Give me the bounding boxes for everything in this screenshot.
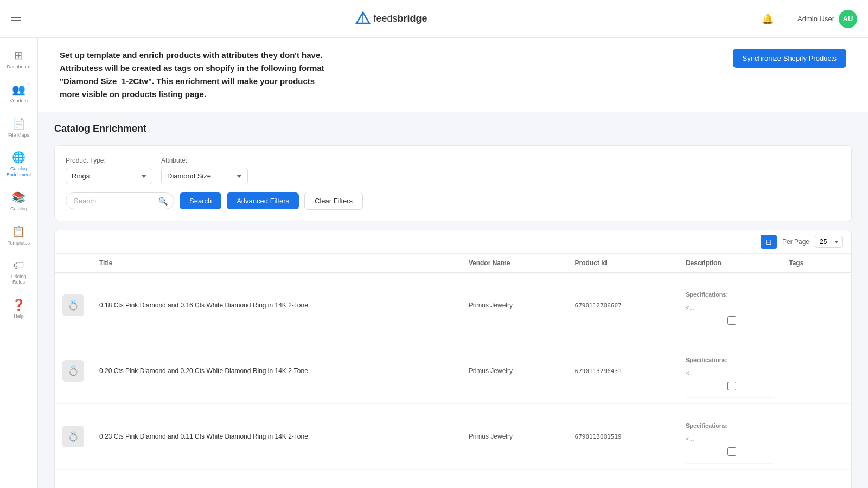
description: Specifications: <...	[678, 338, 781, 404]
sidebar-label-dashboard: Dashboard	[7, 64, 30, 70]
banner-text: Set up template and enrich products with…	[60, 49, 331, 101]
sidebar-label-help: Help	[14, 313, 24, 319]
vendor-name: Primus Jewelry	[461, 404, 567, 470]
product-type-filter: Product Type: Rings Necklaces Earrings B…	[66, 157, 152, 184]
sidebar-label-catalog-enrichment: Catalog Enrichment	[7, 166, 31, 178]
sidebar: ⊞ Dashboard 👥 Vendors 📄 File Maps 🌐 Cata…	[0, 38, 38, 488]
clear-filters-button[interactable]: Clear Filters	[304, 192, 363, 210]
sidebar-item-dashboard[interactable]: ⊞ Dashboard	[3, 43, 35, 75]
product-image-cell: 💍	[55, 404, 92, 470]
notification-icon[interactable]: 🔔	[762, 13, 774, 25]
sidebar-item-vendors[interactable]: 👥 Vendors	[3, 78, 35, 110]
product-id: 6790113296431	[567, 338, 678, 404]
product-id: 6790113001519	[567, 404, 678, 470]
row-checkbox[interactable]	[727, 447, 736, 456]
row-checkbox[interactable]	[727, 316, 736, 325]
product-image: 💍	[62, 360, 84, 382]
templates-icon: 📋	[12, 225, 25, 238]
table-top-bar: ⊟ Per Page 10 25 50 100	[55, 230, 851, 254]
product-image: 💍	[62, 294, 84, 316]
expand-icon[interactable]: ⛶	[781, 14, 790, 24]
sidebar-label-vendors: Vendors	[10, 98, 28, 104]
user-name: Admin User	[797, 15, 834, 23]
info-banner: Set up template and enrich products with…	[38, 38, 868, 112]
table-row: 💍 0.18 Cts Pink Diamond and 0.16 Cts Whi…	[55, 273, 851, 338]
product-title: 0.18 Cts Pink Diamond and 0.16 Cts White…	[92, 273, 461, 338]
th-checkbox	[835, 254, 851, 273]
product-type-select[interactable]: Rings Necklaces Earrings Bracelets	[66, 168, 152, 184]
table-header: Title Vendor Name Product Id Description…	[55, 254, 851, 273]
search-button[interactable]: Search	[180, 192, 221, 209]
table-body: 💍 0.18 Cts Pink Diamond and 0.16 Cts Whi…	[55, 273, 851, 489]
row-checkbox-cell[interactable]	[720, 376, 774, 398]
view-toggle-button[interactable]: ⊟	[761, 235, 777, 249]
table-row: 💍 0.23 Cts Pink Diamond and 0.11 Cts Whi…	[55, 404, 851, 470]
sidebar-item-templates[interactable]: 📋 Templates	[3, 220, 35, 252]
user-info: Admin User AU	[797, 10, 857, 28]
page-content: Catalog Enrichment Product Type: Rings N…	[38, 112, 868, 488]
sidebar-item-catalog-enrichment[interactable]: 🌐 Catalog Enrichment	[3, 145, 35, 183]
attribute-label: Attribute:	[161, 157, 248, 164]
pricing-rules-icon: 🏷	[14, 259, 24, 272]
sidebar-label-pricing-rules: Pricing Rules	[7, 274, 31, 286]
product-image-cell: 💍	[55, 470, 92, 489]
sidebar-label-catalog: Catalog	[10, 206, 27, 212]
help-icon: ❓	[12, 298, 25, 311]
vendor-name: Primus Jewelry	[461, 338, 567, 404]
hamburger-menu[interactable]	[11, 17, 21, 21]
product-image: 💍	[62, 426, 84, 447]
sidebar-item-catalog[interactable]: 📚 Catalog	[3, 185, 35, 217]
filter-row: Product Type: Rings Necklaces Earrings B…	[66, 157, 840, 184]
description: Specifications: <...	[678, 470, 781, 489]
sidebar-item-filemaps[interactable]: 📄 File Maps	[3, 112, 35, 144]
avatar: AU	[839, 10, 857, 28]
products-table: Title Vendor Name Product Id Description…	[55, 254, 851, 488]
filemaps-icon: 📄	[12, 117, 25, 130]
advanced-filters-button[interactable]: Advanced Filters	[227, 192, 299, 209]
logo: feedsbridge	[355, 11, 427, 27]
search-input[interactable]	[66, 192, 174, 209]
row-checkbox-cell[interactable]	[720, 442, 774, 464]
top-navigation: feedsbridge 🔔 ⛶ Admin User AU	[0, 0, 868, 38]
th-product-id: Product Id	[567, 254, 678, 273]
vendor-name: Primus Jewelry	[461, 273, 567, 338]
per-page-select[interactable]: 10 25 50 100	[815, 236, 843, 248]
row-checkbox[interactable]	[727, 382, 736, 390]
dashboard-icon: ⊞	[14, 49, 23, 62]
th-tags: Tags	[781, 254, 835, 273]
attribute-select[interactable]: Diamond Size Diamond Shape Metal Type St…	[161, 168, 248, 184]
catalog-icon: 📚	[12, 191, 25, 204]
per-page-label: Per Page	[782, 238, 809, 246]
tags	[686, 376, 720, 398]
th-image	[55, 254, 92, 273]
product-image-cell: 💍	[55, 273, 92, 338]
product-title: 0.23 Cts Pink Diamond and 0.11 Cts White…	[92, 404, 461, 470]
product-image-cell: 💍	[55, 338, 92, 404]
product-id: 6790112706607	[567, 273, 678, 338]
product-type-label: Product Type:	[66, 157, 152, 164]
sidebar-label-templates: Templates	[8, 240, 30, 246]
product-id: 6790113658575	[567, 470, 678, 489]
logo-text: feedsbridge	[374, 13, 427, 24]
content-area: Set up template and enrich products with…	[38, 38, 868, 488]
description: Specifications: <...	[678, 273, 781, 338]
attribute-filter: Attribute: Diamond Size Diamond Shape Me…	[161, 157, 248, 184]
th-title: Title	[92, 254, 461, 273]
product-title: 0.20 Cts Pink Diamond and 0.20 Cts White…	[92, 338, 461, 404]
row-checkbox-cell[interactable]	[720, 311, 774, 332]
description: Specifications: <...	[678, 404, 781, 470]
vendor-name: Primus Jewelry	[461, 470, 567, 489]
sidebar-item-help[interactable]: ❓ Help	[3, 293, 35, 325]
search-wrapper: 🔍	[66, 192, 174, 209]
page-title: Catalog Enrichment	[54, 123, 852, 134]
main-layout: ⊞ Dashboard 👥 Vendors 📄 File Maps 🌐 Cata…	[0, 38, 868, 488]
search-row: 🔍 Search Advanced Filters Clear Filters	[66, 192, 840, 210]
filter-area: Product Type: Rings Necklaces Earrings B…	[54, 145, 852, 221]
sidebar-item-pricing-rules[interactable]: 🏷 Pricing Rules	[3, 254, 35, 291]
table-row: 💍 0.26 Cts Pink Diamond and 0.84 Cts Whi…	[55, 470, 851, 489]
tags	[686, 311, 720, 332]
catalog-enrichment-icon: 🌐	[12, 151, 25, 164]
sync-shopify-button[interactable]: Synchronize Shopify Products	[733, 49, 846, 68]
vendors-icon: 👥	[12, 83, 25, 96]
th-vendor-name: Vendor Name	[461, 254, 567, 273]
